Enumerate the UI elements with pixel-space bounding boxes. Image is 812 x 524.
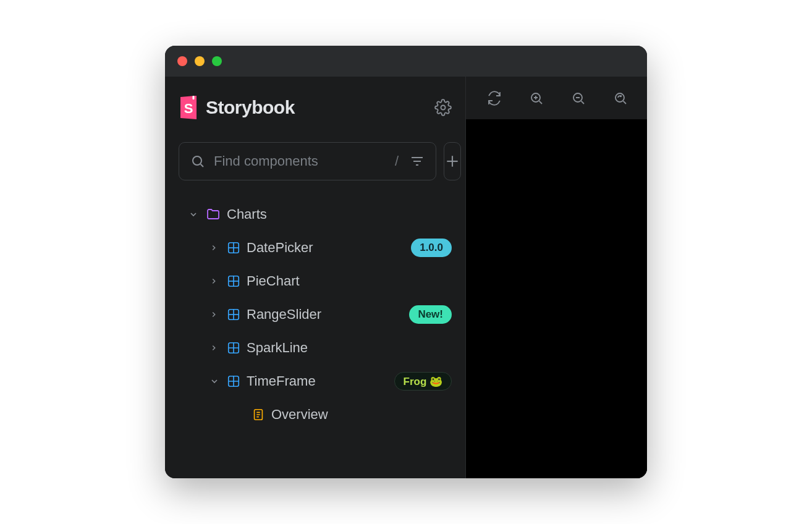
chevron-right-icon: [209, 344, 221, 352]
window-titlebar: [165, 46, 647, 77]
svg-point-3: [193, 156, 201, 165]
sidebar: S Storybook: [165, 77, 466, 478]
preview-canvas: [466, 120, 647, 478]
zoom-in-icon[interactable]: [529, 91, 544, 106]
brand-title: Storybook: [206, 97, 295, 118]
tree-item-datepicker[interactable]: DatePicker 1.0.0: [179, 231, 452, 264]
tree-label: RangeSlider: [247, 306, 321, 323]
tree-story-overview[interactable]: Overview: [179, 398, 452, 431]
search-input[interactable]: [214, 153, 384, 169]
tree-label: Charts: [227, 206, 267, 222]
svg-line-32: [582, 101, 584, 103]
window-close-button[interactable]: [177, 56, 187, 66]
svg-rect-0: [193, 96, 195, 99]
reset-zoom-icon[interactable]: [613, 91, 628, 106]
sidebar-tree: Charts DatePicker 1.0.0: [179, 198, 452, 431]
search-icon: [190, 154, 205, 169]
chevron-down-icon: [209, 376, 221, 386]
tree-item-rangeslider[interactable]: RangeSlider New!: [179, 298, 452, 331]
svg-text:S: S: [184, 101, 193, 116]
zoom-out-icon[interactable]: [571, 91, 586, 106]
svg-point-2: [441, 106, 446, 110]
tree-item-sparkline[interactable]: SparkLine: [179, 331, 452, 365]
add-button[interactable]: [444, 142, 461, 180]
storybook-logo-icon: S: [179, 95, 198, 120]
preview-toolbar: [466, 77, 647, 120]
window-maximize-button[interactable]: [212, 56, 222, 66]
component-icon: [227, 241, 240, 255]
tree-label: PieChart: [247, 273, 300, 289]
version-badge: 1.0.0: [411, 239, 452, 257]
settings-button[interactable]: [434, 99, 452, 116]
app-window: S Storybook: [165, 46, 647, 478]
svg-line-35: [624, 101, 626, 103]
tree-item-piechart[interactable]: PieChart: [179, 264, 452, 298]
tree-label: Overview: [271, 407, 328, 423]
svg-line-28: [539, 101, 542, 103]
sidebar-header: S Storybook: [179, 95, 452, 120]
search-row: /: [179, 142, 452, 180]
chevron-right-icon: [209, 310, 221, 319]
component-icon: [227, 374, 240, 388]
refresh-icon[interactable]: [487, 91, 502, 106]
brand: S Storybook: [179, 95, 295, 120]
chevron-down-icon: [188, 209, 200, 219]
chevron-right-icon: [209, 243, 221, 252]
tree-folder-charts[interactable]: Charts: [179, 198, 452, 231]
svg-point-34: [615, 93, 624, 102]
search-box[interactable]: /: [179, 142, 436, 180]
window-minimize-button[interactable]: [195, 56, 205, 66]
folder-icon: [206, 207, 221, 222]
tree-item-timeframe[interactable]: TimeFrame Frog 🐸: [179, 365, 452, 398]
filter-icon[interactable]: [410, 154, 425, 169]
app-body: S Storybook: [165, 77, 647, 478]
tree-label: DatePicker: [247, 240, 313, 256]
chevron-right-icon: [209, 277, 221, 285]
tree-label: TimeFrame: [247, 373, 316, 389]
new-badge: New!: [409, 305, 452, 324]
tag-badge: Frog 🐸: [394, 372, 452, 391]
main-panel: [466, 77, 647, 478]
document-icon: [252, 408, 265, 421]
tree-label: SparkLine: [247, 340, 308, 356]
component-icon: [227, 341, 240, 355]
search-shortcut-hint: /: [392, 153, 401, 169]
component-icon: [227, 274, 240, 288]
component-icon: [227, 308, 240, 321]
